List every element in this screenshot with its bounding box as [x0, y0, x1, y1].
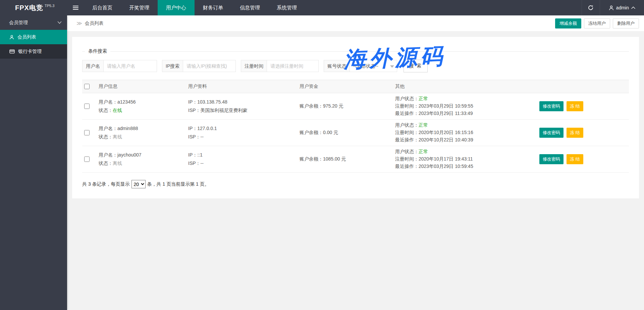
change-password-button[interactable]: 修改密码 — [539, 154, 564, 164]
isp-label: ISP： — [188, 108, 201, 113]
username-label: 用户名： — [99, 126, 117, 131]
page-toolbar: 增减余额 冻结用户 删除用户 — [555, 18, 639, 28]
change-password-button[interactable]: 修改密码 — [539, 128, 564, 138]
pagination: 共 3 条记录，每页显示 20 条，共 1 页当前显示第 1 页。 — [82, 180, 629, 188]
online-status-value: 在线 — [113, 108, 122, 113]
table-header-row: 用户信息 用户资料 用户资金 其他 — [82, 80, 629, 93]
reg-time-value: 2023年03月29日 10:59:55 — [419, 103, 473, 109]
ip-label: IP： — [188, 99, 197, 105]
main-area: ≫ 会员列表 增减余额 冻结用户 删除用户 条件搜索 用户名 IP搜索 — [67, 15, 644, 310]
regtime-filter: 注册时间 — [241, 60, 319, 72]
pagination-prefix: 共 3 条记录，每页显示 — [82, 181, 130, 187]
username-input[interactable] — [103, 60, 157, 72]
admin-menu[interactable]: admin — [600, 0, 644, 15]
ip-value: ::1 — [197, 152, 203, 158]
isp-label: ISP： — [188, 161, 201, 166]
freeze-users-button[interactable]: 冻结用户 — [584, 18, 610, 28]
username-filter: 用户名 — [82, 60, 157, 72]
tab-info-management[interactable]: 信息管理 — [231, 0, 268, 15]
col-header-other: 其他 — [395, 83, 539, 89]
last-op-label: 最近操作： — [395, 111, 419, 116]
username-value: admin888 — [117, 126, 138, 131]
account-status-filter: 账号状态 --全部状态-- — [324, 60, 397, 72]
balance-value: 1085.00 元 — [323, 156, 346, 162]
top-header: FPX电竞 TP5.3 后台首页 开奖管理 用户中心 财务订单 信息管理 系统管… — [0, 0, 644, 15]
col-header-user-profile: 用户资料 — [188, 83, 300, 89]
menu-toggle-icon[interactable] — [67, 0, 84, 15]
isp-value: -- — [201, 161, 204, 166]
user-status-label: 用户状态： — [395, 96, 419, 101]
per-page-select[interactable]: 20 — [131, 180, 146, 188]
add-balance-button[interactable]: 增减余额 — [555, 18, 581, 28]
last-op-value: 2020年10月22日 10:40:39 — [419, 137, 473, 142]
tab-lottery-management[interactable]: 开奖管理 — [121, 0, 158, 15]
tab-user-center[interactable]: 用户中心 — [158, 0, 195, 15]
tab-system-management[interactable]: 系统管理 — [268, 0, 305, 15]
freeze-button[interactable]: 冻 结 — [567, 101, 583, 111]
register-time-input[interactable] — [267, 60, 319, 72]
header-right: admin — [582, 0, 644, 15]
user-status-label: 用户状态： — [395, 122, 419, 128]
select-all-checkbox[interactable] — [84, 84, 90, 89]
col-header-user-info: 用户信息 — [99, 83, 188, 89]
row-checkbox[interactable] — [84, 157, 90, 162]
breadcrumb-bar: ≫ 会员列表 增减余额 冻结用户 删除用户 — [67, 15, 644, 31]
ip-value: 103.138.75.48 — [197, 99, 227, 105]
status-label: 状态： — [99, 161, 113, 166]
app-logo: FPX电竞 TP5.3 — [0, 0, 67, 15]
ip-label: IP： — [188, 152, 197, 158]
ip-filter-label: IP搜索 — [162, 60, 183, 72]
breadcrumb: 会员列表 — [85, 20, 104, 26]
user-status-value: 正常 — [419, 96, 428, 101]
table-row: 用户名：admin888 状态：离线 IP：127.0.0.1 ISP：-- 账… — [82, 120, 629, 146]
reg-time-label: 注册时间： — [395, 156, 419, 162]
username-label: 用户名： — [99, 99, 117, 105]
row-checkbox[interactable] — [84, 104, 90, 109]
admin-username: admin — [616, 5, 629, 10]
last-op-label: 最近操作： — [395, 137, 419, 142]
brand-version: TP5.3 — [45, 4, 54, 8]
isp-value: 美国加利福尼亚费利蒙 — [201, 108, 248, 113]
search-button[interactable]: 搜 索 — [404, 60, 428, 72]
user-icon — [609, 5, 614, 10]
account-status-select[interactable]: --全部状态-- — [350, 60, 397, 72]
online-status-value: 离线 — [113, 161, 122, 166]
search-fieldset: 条件搜索 用户名 IP搜索 注册时间 账号状态 — [82, 48, 629, 72]
refresh-icon[interactable] — [582, 0, 600, 15]
sidebar-group-label: 会员管理 — [9, 20, 28, 26]
top-nav: 后台首页 开奖管理 用户中心 财务订单 信息管理 系统管理 — [84, 0, 305, 15]
change-password-button[interactable]: 修改密码 — [539, 101, 564, 111]
last-op-label: 最近操作： — [395, 164, 419, 169]
balance-label: 账户余额： — [300, 156, 323, 162]
freeze-button[interactable]: 冻 结 — [567, 154, 583, 164]
table-row: 用户名：a123456 状态：在线 IP：103.138.75.48 ISP：美… — [82, 93, 629, 120]
account-status-label: 账号状态 — [324, 60, 350, 72]
isp-value: -- — [201, 134, 204, 139]
reg-time-label: 注册时间： — [395, 130, 419, 135]
delete-users-button[interactable]: 删除用户 — [613, 18, 639, 28]
sidebar-item-bank-card-management[interactable]: 银行卡管理 — [0, 44, 67, 59]
user-status-value: 正常 — [419, 122, 428, 128]
username-filter-label: 用户名 — [82, 60, 103, 72]
balance-label: 账户余额： — [300, 130, 323, 135]
ip-filter: IP搜索 — [162, 60, 236, 72]
sidebar-item-label: 会员列表 — [17, 34, 36, 40]
table-row: 用户名：jaychou007 状态：离线 IP：::1 ISP：-- 账户余额：… — [82, 146, 629, 173]
ip-search-input[interactable] — [183, 60, 236, 72]
balance-value: 975.20 元 — [323, 103, 343, 109]
online-status-value: 离线 — [113, 134, 122, 139]
tab-finance-orders[interactable]: 财务订单 — [195, 0, 231, 15]
brand-name: FPX电竞 — [15, 3, 43, 12]
sidebar-item-member-list[interactable]: 会员列表 — [0, 30, 67, 44]
isp-label: ISP： — [188, 134, 201, 139]
sidebar-group-member-management[interactable]: 会员管理 — [0, 15, 67, 30]
member-list-card: 条件搜索 用户名 IP搜索 注册时间 账号状态 — [72, 37, 639, 198]
pagination-suffix: 条，共 1 页当前显示第 1 页。 — [147, 181, 209, 187]
sidebar-item-label: 银行卡管理 — [18, 49, 42, 55]
sidebar: 会员管理 会员列表 银行卡管理 — [0, 15, 67, 310]
tab-dashboard[interactable]: 后台首页 — [84, 0, 121, 15]
search-legend: 条件搜索 — [85, 48, 110, 54]
username-label: 用户名： — [99, 152, 117, 158]
freeze-button[interactable]: 冻 结 — [567, 128, 583, 138]
row-checkbox[interactable] — [84, 130, 90, 135]
